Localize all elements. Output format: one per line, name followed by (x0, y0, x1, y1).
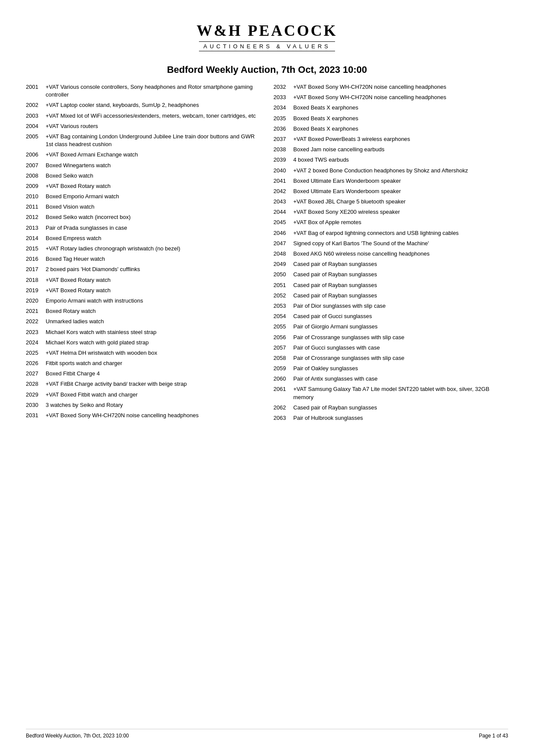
lot-description: +VAT Various console controllers, Sony h… (46, 83, 261, 99)
lot-description: Boxed AKG N60 wireless noise cancelling … (293, 250, 508, 258)
lot-number: 2022 (26, 318, 42, 325)
lot-item: 2061 +VAT Samsung Galaxy Tab A7 Lite mod… (273, 385, 508, 401)
lot-description: Cased pair of Rayban sunglasses (293, 271, 508, 278)
lot-description: Pair of Hulbrook sunglasses (293, 414, 508, 422)
lot-number: 2015 (26, 245, 42, 253)
lot-item: 2014 Boxed Empress watch (26, 234, 261, 242)
lot-item: 2028 +VAT FitBit Charge activity band/ t… (26, 380, 261, 388)
lot-number: 2045 (273, 219, 290, 226)
lot-number: 2033 (273, 94, 290, 101)
lot-description: Emporio Armani watch with instructions (46, 297, 261, 305)
logo-title: W&H PEACOCK (26, 22, 508, 40)
lot-item: 2042 Boxed Ultimate Ears Wonderboom spea… (273, 187, 508, 195)
lot-description: +VAT Box of Apple remotes (293, 219, 508, 226)
lot-item: 2004 +VAT Various routers (26, 122, 261, 130)
lot-description: Unmarked ladies watch (46, 318, 261, 325)
lot-columns: 2001 +VAT Various console controllers, S… (26, 83, 508, 425)
lot-description: Boxed Jam noise cancelling earbuds (293, 146, 508, 153)
lot-description: Boxed Ultimate Ears Wonderboom speaker (293, 177, 508, 185)
lot-item: 2015 +VAT Rotary ladies chronograph wris… (26, 245, 261, 253)
lot-description: Boxed Ultimate Ears Wonderboom speaker (293, 187, 508, 195)
lot-number: 2030 (26, 401, 42, 409)
lot-description: +VAT Boxed Sony WH-CH720N noise cancelli… (293, 83, 508, 91)
lot-number: 2055 (273, 323, 290, 331)
lot-description: +VAT Various routers (46, 122, 261, 130)
lot-number: 2063 (273, 414, 290, 422)
lot-number: 2059 (273, 365, 290, 372)
lot-number: 2062 (273, 404, 290, 412)
lot-description: +VAT Boxed Sony XE200 wireless speaker (293, 208, 508, 216)
lot-number: 2003 (26, 112, 42, 120)
lot-description: Pair of Giorgio Armani sunglasses (293, 323, 508, 331)
lot-item: 2045 +VAT Box of Apple remotes (273, 219, 508, 226)
lot-number: 2008 (26, 172, 42, 180)
lot-description: Michael Kors watch with gold plated stra… (46, 339, 261, 347)
lot-item: 2057 Pair of Gucci sunglasses with case (273, 344, 508, 352)
lot-number: 2019 (26, 287, 42, 294)
lot-item: 2063 Pair of Hulbrook sunglasses (273, 414, 508, 422)
lot-description: Signed copy of Karl Bartos 'The Sound of… (293, 240, 508, 247)
lot-item: 2038 Boxed Jam noise cancelling earbuds (273, 146, 508, 153)
lot-description: +VAT Mixed lot of WiFi accessories/exten… (46, 112, 261, 120)
lot-description: Boxed Empress watch (46, 234, 261, 242)
lot-item: 2062 Cased pair of Rayban sunglasses (273, 404, 508, 412)
lot-number: 2002 (26, 101, 42, 109)
lot-item: 2058 Pair of Crossrange sunglasses with … (273, 354, 508, 362)
lot-item: 2006 +VAT Boxed Armani Exchange watch (26, 151, 261, 159)
lot-item: 2010 Boxed Emporio Armani watch (26, 193, 261, 200)
lot-number: 2029 (26, 391, 42, 399)
lot-description: Boxed Fitbit Charge 4 (46, 370, 261, 378)
lot-item: 2048 Boxed AKG N60 wireless noise cancel… (273, 250, 508, 258)
footer-left: Bedford Weekly Auction, 7th Oct, 2023 10… (26, 733, 129, 739)
lot-description: +VAT Helma DH wristwatch with wooden box (46, 349, 261, 357)
lot-description: +VAT Rotary ladies chronograph wristwatc… (46, 245, 261, 253)
lot-item: 2033 +VAT Boxed Sony WH-CH720N noise can… (273, 94, 508, 101)
lot-number: 2016 (26, 255, 42, 263)
lot-item: 2051 Cased pair of Rayban sunglasses (273, 281, 508, 289)
lot-number: 2010 (26, 193, 42, 200)
lot-number: 2034 (273, 104, 290, 112)
lot-description: +VAT Bag containing London Underground J… (46, 133, 261, 148)
lot-description: Boxed Rotary watch (46, 307, 261, 315)
lot-description: +VAT Laptop cooler stand, keyboards, Sum… (46, 101, 261, 109)
lot-item: 2011 Boxed Vision watch (26, 203, 261, 211)
lot-number: 2054 (273, 312, 290, 320)
lot-number: 2004 (26, 122, 42, 130)
lot-description: Boxed Tag Heuer watch (46, 255, 261, 263)
lot-item: 2031 +VAT Boxed Sony WH-CH720N noise can… (26, 412, 261, 419)
lot-item: 2047 Signed copy of Karl Bartos 'The Sou… (273, 240, 508, 247)
lot-number: 2051 (273, 281, 290, 289)
lot-number: 2025 (26, 349, 42, 357)
lot-description: Cased pair of Rayban sunglasses (293, 260, 508, 268)
lot-description: 4 boxed TWS earbuds (293, 156, 508, 164)
lot-description: Pair of Crossrange sunglasses with slip … (293, 354, 508, 362)
lot-number: 2007 (26, 162, 42, 169)
lot-number: 2006 (26, 151, 42, 159)
lot-number: 2024 (26, 339, 42, 347)
lot-item: 2013 Pair of Prada sunglasses in case (26, 224, 261, 232)
lot-description: Boxed Beats X earphones (293, 115, 508, 122)
lot-item: 2059 Pair of Oakley sunglasses (273, 365, 508, 372)
lot-item: 2052 Cased pair of Rayban sunglasses (273, 292, 508, 300)
lot-number: 2056 (273, 334, 290, 341)
lot-item: 2003 +VAT Mixed lot of WiFi accessories/… (26, 112, 261, 120)
lot-description: +VAT Boxed Armani Exchange watch (46, 151, 261, 159)
lot-number: 2031 (26, 412, 42, 419)
lot-number: 2061 (273, 385, 290, 401)
lot-number: 2032 (273, 83, 290, 91)
lot-number: 2042 (273, 187, 290, 195)
lot-number: 2036 (273, 125, 290, 133)
lot-description: +VAT Boxed JBL Charge 5 bluetooth speake… (293, 198, 508, 206)
lot-number: 2014 (26, 234, 42, 242)
lot-number: 2020 (26, 297, 42, 305)
lot-description: +VAT FitBit Charge activity band/ tracke… (46, 380, 261, 388)
lot-number: 2053 (273, 302, 290, 310)
lot-item: 2055 Pair of Giorgio Armani sunglasses (273, 323, 508, 331)
lot-description: +VAT 2 boxed Bone Conduction headphones … (293, 167, 508, 175)
lot-number: 2039 (273, 156, 290, 164)
lot-description: +VAT Boxed Sony WH-CH720N noise cancelli… (46, 412, 261, 419)
lot-item: 2012 Boxed Seiko watch (incorrect box) (26, 213, 261, 221)
lot-item: 2018 +VAT Boxed Rotary watch (26, 276, 261, 284)
lot-number: 2038 (273, 146, 290, 153)
page-footer: Bedford Weekly Auction, 7th Oct, 2023 10… (26, 729, 508, 739)
